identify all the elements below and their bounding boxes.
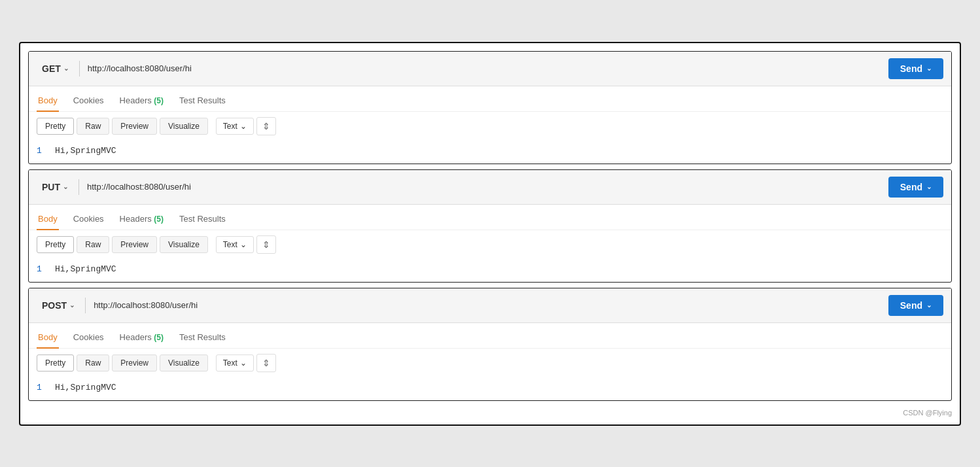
post-wrap-button[interactable]: ⇕ bbox=[256, 354, 276, 372]
get-response-line-1: 1 Hi,SpringMVC bbox=[37, 146, 943, 156]
post-visualize-button[interactable]: Visualize bbox=[160, 355, 208, 372]
put-url-input[interactable] bbox=[84, 179, 882, 194]
get-response-toolbar: Pretty Raw Preview Visualize Text ⌄ ⇕ bbox=[29, 112, 951, 141]
post-wrap-icon: ⇕ bbox=[262, 358, 270, 368]
get-text-chevron-icon: ⌄ bbox=[240, 122, 247, 131]
put-text-chevron-icon: ⌄ bbox=[240, 240, 247, 249]
put-line-number: 1 bbox=[37, 264, 44, 274]
put-visualize-button[interactable]: Visualize bbox=[160, 236, 208, 253]
put-response-body: 1 Hi,SpringMVC bbox=[29, 259, 951, 282]
get-text-dropdown[interactable]: Text ⌄ bbox=[216, 118, 254, 135]
put-wrap-icon: ⇕ bbox=[262, 239, 270, 250]
put-send-button[interactable]: Send ⌄ bbox=[888, 177, 943, 198]
get-url-bar: GET ⌄ Send ⌄ bbox=[29, 52, 951, 86]
put-request-panel: PUT ⌄ Send ⌄ Body Cookies Headers (5) Te… bbox=[28, 169, 952, 283]
put-wrap-button[interactable]: ⇕ bbox=[256, 235, 276, 254]
get-send-chevron-icon: ⌄ bbox=[926, 65, 932, 72]
get-tab-cookies[interactable]: Cookies bbox=[72, 92, 105, 112]
put-tab-headers[interactable]: Headers (5) bbox=[118, 210, 165, 230]
put-send-chevron-icon: ⌄ bbox=[926, 183, 932, 190]
main-container: GET ⌄ Send ⌄ Body Cookies Headers (5) Te… bbox=[19, 42, 961, 426]
post-tab-headers[interactable]: Headers (5) bbox=[118, 328, 165, 349]
post-tab-cookies[interactable]: Cookies bbox=[72, 328, 105, 349]
get-send-label: Send bbox=[900, 63, 922, 74]
get-line-number: 1 bbox=[37, 146, 44, 156]
get-tab-headers[interactable]: Headers (5) bbox=[118, 92, 165, 112]
post-preview-button[interactable]: Preview bbox=[112, 355, 157, 372]
get-text-label: Text bbox=[223, 122, 237, 131]
get-method-chevron-icon: ⌄ bbox=[63, 65, 69, 72]
put-method-selector[interactable]: PUT ⌄ bbox=[37, 178, 73, 196]
post-raw-button[interactable]: Raw bbox=[77, 355, 109, 372]
get-request-panel: GET ⌄ Send ⌄ Body Cookies Headers (5) Te… bbox=[28, 51, 952, 164]
put-tab-body[interactable]: Body bbox=[37, 210, 59, 230]
post-url-input[interactable] bbox=[91, 298, 882, 313]
get-url-input[interactable] bbox=[85, 61, 882, 76]
post-method-selector[interactable]: POST ⌄ bbox=[37, 296, 80, 315]
post-send-chevron-icon: ⌄ bbox=[926, 302, 932, 309]
get-raw-button[interactable]: Raw bbox=[77, 118, 109, 135]
watermark: CSDN @Flying bbox=[28, 406, 952, 417]
post-url-divider bbox=[85, 298, 86, 313]
put-tabs-bar: Body Cookies Headers (5) Test Results bbox=[29, 205, 951, 230]
get-wrap-button[interactable]: ⇕ bbox=[256, 117, 276, 135]
put-url-bar: PUT ⌄ Send ⌄ bbox=[29, 170, 951, 205]
post-text-dropdown[interactable]: Text ⌄ bbox=[216, 355, 254, 372]
put-headers-badge: (5) bbox=[154, 215, 164, 224]
put-tab-test-results[interactable]: Test Results bbox=[178, 210, 227, 230]
get-tab-test-results[interactable]: Test Results bbox=[178, 92, 227, 112]
get-method-selector[interactable]: GET ⌄ bbox=[37, 60, 74, 78]
post-request-panel: POST ⌄ Send ⌄ Body Cookies Headers (5) T… bbox=[28, 288, 952, 401]
get-response-content: Hi,SpringMVC bbox=[55, 146, 116, 156]
get-pretty-button[interactable]: Pretty bbox=[37, 118, 74, 135]
get-tabs-bar: Body Cookies Headers (5) Test Results bbox=[29, 86, 951, 112]
post-url-bar: POST ⌄ Send ⌄ bbox=[29, 288, 951, 323]
put-response-toolbar: Pretty Raw Preview Visualize Text ⌄ ⇕ bbox=[29, 230, 951, 259]
get-method-label: GET bbox=[42, 63, 61, 74]
post-response-toolbar: Pretty Raw Preview Visualize Text ⌄ ⇕ bbox=[29, 349, 951, 377]
put-send-label: Send bbox=[900, 182, 922, 192]
post-send-label: Send bbox=[900, 300, 922, 311]
put-pretty-button[interactable]: Pretty bbox=[37, 236, 74, 253]
get-response-body: 1 Hi,SpringMVC bbox=[29, 141, 951, 164]
put-raw-button[interactable]: Raw bbox=[77, 236, 109, 253]
post-tab-test-results[interactable]: Test Results bbox=[178, 328, 227, 349]
get-headers-badge: (5) bbox=[154, 96, 164, 105]
get-tab-body[interactable]: Body bbox=[37, 92, 59, 112]
post-tabs-bar: Body Cookies Headers (5) Test Results bbox=[29, 323, 951, 349]
post-pretty-button[interactable]: Pretty bbox=[37, 355, 74, 372]
post-headers-badge: (5) bbox=[154, 333, 164, 342]
post-response-content: Hi,SpringMVC bbox=[55, 383, 116, 392]
post-tab-body[interactable]: Body bbox=[37, 328, 59, 349]
post-line-number: 1 bbox=[37, 383, 44, 392]
post-response-line-1: 1 Hi,SpringMVC bbox=[37, 383, 943, 392]
get-send-button[interactable]: Send ⌄ bbox=[888, 58, 943, 79]
post-method-chevron-icon: ⌄ bbox=[69, 302, 75, 309]
put-method-label: PUT bbox=[42, 182, 60, 192]
post-method-label: POST bbox=[42, 300, 67, 311]
post-response-body: 1 Hi,SpringMVC bbox=[29, 377, 951, 400]
post-text-chevron-icon: ⌄ bbox=[240, 358, 247, 368]
post-text-label: Text bbox=[223, 358, 237, 368]
get-wrap-icon: ⇕ bbox=[262, 121, 270, 131]
put-text-label: Text bbox=[223, 240, 237, 249]
get-visualize-button[interactable]: Visualize bbox=[160, 118, 208, 135]
put-tab-cookies[interactable]: Cookies bbox=[72, 210, 105, 230]
get-preview-button[interactable]: Preview bbox=[112, 118, 157, 135]
put-url-divider bbox=[79, 179, 79, 195]
put-text-dropdown[interactable]: Text ⌄ bbox=[216, 236, 254, 253]
put-response-line-1: 1 Hi,SpringMVC bbox=[37, 264, 943, 274]
put-response-content: Hi,SpringMVC bbox=[55, 264, 116, 274]
post-send-button[interactable]: Send ⌄ bbox=[888, 295, 943, 316]
put-preview-button[interactable]: Preview bbox=[112, 236, 157, 253]
put-method-chevron-icon: ⌄ bbox=[63, 183, 68, 190]
get-url-divider bbox=[79, 61, 80, 77]
